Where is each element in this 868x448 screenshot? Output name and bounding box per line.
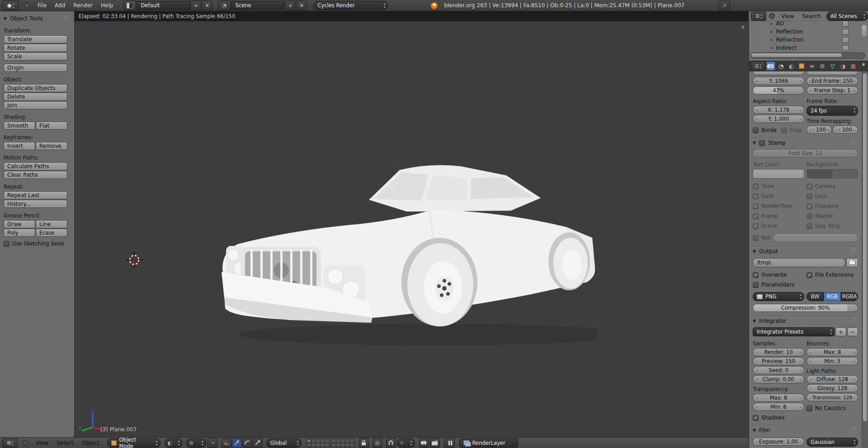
fps-dropdown[interactable]: 24 fps ▴▾ bbox=[807, 106, 858, 116]
rotate-button[interactable]: Rotate bbox=[4, 44, 67, 52]
max-bounces-slider[interactable]: Max: 8 bbox=[807, 348, 858, 356]
tab-object[interactable] bbox=[797, 61, 806, 71]
outliner-vertical-scrollbar[interactable] bbox=[862, 25, 867, 37]
stamp-note-checkbox[interactable]: Not bbox=[753, 234, 770, 241]
item-label[interactable]: Indirect bbox=[776, 45, 797, 51]
browse-folder-button[interactable] bbox=[846, 258, 858, 267]
stamp-text-color-swatch[interactable] bbox=[753, 169, 804, 179]
render-still-opengl-button[interactable] bbox=[419, 438, 429, 448]
scrollbar-thumb[interactable] bbox=[863, 73, 867, 421]
header-collapse-button[interactable]: − bbox=[23, 440, 28, 446]
translate-manipulator-button[interactable] bbox=[232, 438, 242, 448]
disclosure-triangle-icon[interactable]: ▼ bbox=[753, 249, 756, 254]
scale-button[interactable]: Scale bbox=[4, 52, 67, 61]
compression-slider[interactable]: Compression: 90% bbox=[753, 304, 858, 312]
checkbox-box[interactable] bbox=[4, 241, 9, 247]
diffuse-bounces-slider[interactable]: Diffuse: 128 bbox=[807, 375, 858, 383]
outliner-item-reflection[interactable]: • Reflection bbox=[749, 28, 868, 36]
color-mode-rgb[interactable]: RGB bbox=[824, 292, 841, 301]
checkbox-box[interactable] bbox=[753, 127, 759, 133]
viewport-shading-dropdown[interactable]: ◐ ▴▾ bbox=[165, 439, 183, 448]
header-collapse-button[interactable]: − bbox=[769, 13, 775, 19]
frame-step-slider[interactable]: Frame Step: 1 bbox=[807, 86, 858, 94]
editor-type-button[interactable]: ⊞ ▴▾ bbox=[2, 439, 18, 448]
render-samples-slider[interactable]: Render: 10 bbox=[753, 348, 804, 356]
film-panel-header[interactable]: ▼ Film bbox=[753, 426, 858, 435]
border-checkbox[interactable]: Borde bbox=[753, 127, 777, 134]
scale-manipulator-button[interactable] bbox=[253, 438, 263, 448]
interaction-mode-dropdown[interactable]: Object Mode ▴▾ bbox=[107, 439, 160, 448]
stamp-time-checkbox[interactable]: Time bbox=[753, 183, 804, 190]
grease-line-button[interactable]: Line bbox=[36, 220, 67, 228]
stamp-date-checkbox[interactable]: Date bbox=[753, 193, 804, 200]
disclosure-triangle-icon[interactable]: ▼ bbox=[753, 141, 756, 145]
screen-layout-icon[interactable] bbox=[123, 0, 136, 10]
stamp-panel-header[interactable]: ▼ Stamp bbox=[753, 138, 858, 147]
repeat-last-button[interactable]: Repeat Last bbox=[4, 191, 67, 199]
panel-grip[interactable] bbox=[851, 317, 857, 324]
translate-button[interactable]: Translate bbox=[4, 35, 67, 43]
stamp-font-size-slider[interactable]: Font Size: 12 bbox=[753, 149, 858, 157]
shadows-checkbox[interactable]: Shadows bbox=[753, 414, 804, 421]
menu-render[interactable]: Render bbox=[69, 2, 97, 9]
tab-world[interactable]: ◐ bbox=[787, 61, 796, 71]
stamp-scene-checkbox[interactable]: Scene bbox=[753, 222, 804, 230]
stamp-frame-checkbox[interactable]: Frame bbox=[753, 212, 804, 220]
integrator-panel-header[interactable]: ▼ Integrator bbox=[753, 316, 858, 325]
stamp-camera-checkbox[interactable]: Camera bbox=[807, 183, 858, 190]
placeholders-checkbox[interactable]: Placeholders bbox=[753, 281, 858, 288]
min-bounces-slider[interactable]: Min: 3 bbox=[807, 357, 858, 365]
expand-properties-region-button[interactable]: + bbox=[741, 24, 745, 30]
disclosure-triangle-icon[interactable]: ▼ bbox=[753, 428, 756, 433]
layers-grid-1[interactable] bbox=[307, 439, 330, 447]
remap-old-slider[interactable]: : 100 bbox=[807, 126, 832, 134]
overwrite-checkbox[interactable]: Overwrite bbox=[753, 271, 804, 278]
stamp-seqstrip-checkbox[interactable]: Seq. Strip bbox=[807, 222, 858, 230]
remap-new-slider[interactable]: : 100 bbox=[833, 126, 858, 134]
menu-help[interactable]: Help bbox=[97, 2, 117, 9]
delete-button[interactable]: Delete bbox=[4, 93, 67, 101]
transparency-min-slider[interactable]: Min: 8 bbox=[753, 403, 804, 411]
render-layer-dropdown[interactable]: RenderLayer bbox=[459, 439, 518, 448]
flat-button[interactable]: Flat bbox=[36, 122, 67, 130]
disclosure-triangle-icon[interactable]: ▼ bbox=[753, 319, 756, 323]
tab-modifiers[interactable]: ⚙ bbox=[818, 61, 827, 71]
manipulator-axes-toggle[interactable] bbox=[222, 438, 231, 448]
file-format-dropdown[interactable]: PNG ▴▾ bbox=[753, 292, 804, 301]
output-path-field[interactable]: /tmp\ bbox=[753, 258, 845, 267]
item-label[interactable]: Reflection bbox=[776, 28, 803, 35]
item-checkbox[interactable] bbox=[842, 29, 849, 35]
editor-type-button[interactable]: ☰ ▴▾ bbox=[751, 61, 765, 71]
delete-layout-button[interactable]: ✕ bbox=[202, 0, 212, 10]
use-sketching-checkbox[interactable]: Use Sketching Sessi bbox=[4, 240, 71, 247]
editor-type-button[interactable]: ☰ ▴▾ bbox=[751, 12, 766, 21]
panel-grip[interactable] bbox=[851, 139, 857, 146]
grease-draw-button[interactable]: Draw bbox=[4, 220, 35, 228]
snap-toggle[interactable] bbox=[386, 438, 396, 448]
clipped-slider[interactable] bbox=[753, 71, 804, 75]
color-mode-bw[interactable]: BW bbox=[807, 292, 824, 301]
history-button[interactable]: History... bbox=[4, 200, 67, 208]
render-animation-opengl-button[interactable] bbox=[430, 438, 440, 448]
viewport-3d[interactable]: Elapsed: 02:33.04 | Rendering | Path Tra… bbox=[75, 11, 748, 437]
outliner-menu-search[interactable]: Search bbox=[798, 13, 824, 19]
tab-render[interactable] bbox=[766, 61, 775, 71]
outliner-menu-view[interactable]: View bbox=[778, 13, 797, 19]
properties-scrollbar[interactable] bbox=[862, 71, 868, 448]
glossy-bounces-slider[interactable]: Glossy: 128 bbox=[807, 384, 858, 392]
tab-object-data[interactable]: ▽ bbox=[828, 61, 837, 71]
item-checkbox[interactable] bbox=[842, 45, 849, 51]
transform-orientation-dropdown[interactable]: Global ▴▾ bbox=[266, 439, 302, 448]
grease-erase-button[interactable]: Erase bbox=[36, 229, 67, 237]
outliner-item-refraction[interactable]: • Refraction bbox=[749, 36, 868, 44]
resolution-percent-slider[interactable]: 47% bbox=[753, 86, 804, 94]
join-button[interactable]: Join bbox=[4, 101, 67, 109]
clipped-slider[interactable] bbox=[807, 71, 858, 75]
checkbox-box[interactable] bbox=[781, 127, 787, 133]
menu-object[interactable]: Object bbox=[78, 440, 104, 446]
tab-texture[interactable]: ▦ bbox=[849, 61, 858, 71]
scrollbar-thumb[interactable] bbox=[751, 53, 842, 57]
outliner-horizontal-scrollbar[interactable] bbox=[749, 51, 868, 60]
transparency-max-slider[interactable]: Max: 8 bbox=[753, 394, 804, 402]
aspect-x-slider[interactable]: X: 1.178 bbox=[753, 106, 804, 114]
